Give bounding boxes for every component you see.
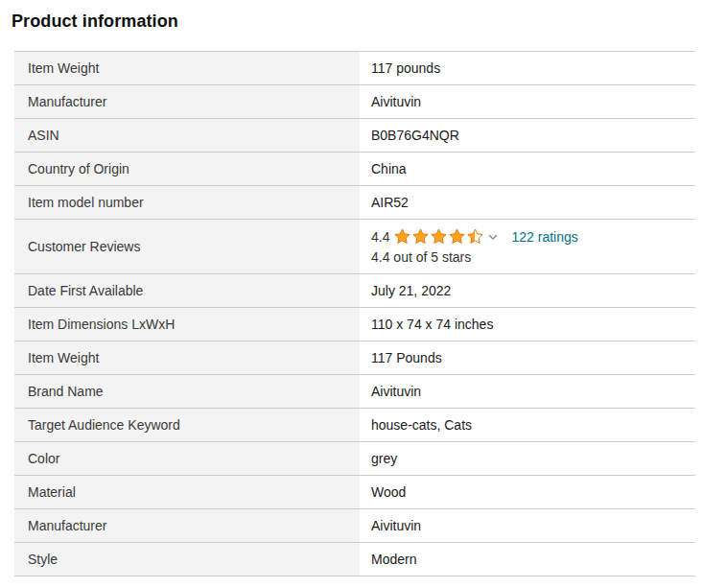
table-row: Country of Origin China — [14, 153, 695, 186]
table-row: Style Modern — [14, 543, 695, 576]
table-row: Target Audience Keyword house-cats, Cats — [14, 409, 695, 442]
star-icon — [450, 229, 464, 243]
row-value: Aivituvin — [360, 375, 695, 409]
table-row: Color grey — [14, 442, 695, 476]
table-row: Brand Name Aivituvin — [14, 375, 695, 409]
row-label: Item Weight — [14, 341, 360, 375]
row-value: 117 pounds — [360, 52, 695, 85]
row-value: Wood — [360, 476, 695, 509]
row-label: Target Audience Keyword — [14, 409, 360, 442]
row-label: Material — [14, 476, 360, 509]
row-label: Brand Name — [14, 375, 360, 409]
row-value: 117 Pounds — [360, 341, 695, 375]
row-label: Item Weight — [14, 52, 360, 85]
row-value: AIR52 — [360, 186, 695, 220]
row-label: Item Dimensions LxWxH — [14, 308, 360, 341]
star-icon — [413, 229, 428, 243]
table-row: Date First Available July 21, 2022 — [14, 274, 695, 308]
row-label: Country of Origin — [14, 153, 360, 186]
star-icon — [468, 229, 482, 243]
table-row: Item model number AIR52 — [14, 186, 695, 220]
row-value-rating: 4.4 — [360, 220, 695, 274]
row-value: China — [360, 153, 695, 186]
rating-score: 4.4 — [371, 227, 389, 247]
row-label: Item model number — [14, 186, 360, 220]
rating-caption: 4.4 out of 5 stars — [371, 247, 684, 267]
table-row: Manufacturer Aivituvin — [14, 509, 695, 543]
row-value: house-cats, Cats — [360, 409, 695, 442]
star-icon — [395, 229, 410, 243]
table-row-customer-reviews: Customer Reviews 4.4 — [14, 220, 695, 274]
table-row: Item Weight 117 Pounds — [14, 341, 695, 375]
row-label: Customer Reviews — [14, 220, 360, 274]
table-row: Material Wood — [14, 476, 695, 509]
table-row: ASIN B0B76G4NQR — [14, 119, 695, 153]
ratings-count-link[interactable]: 122 ratings — [511, 227, 577, 247]
row-value: Modern — [360, 543, 695, 576]
star-icon — [432, 229, 446, 243]
row-label: Color — [14, 442, 360, 476]
row-value: B0B76G4NQR — [360, 119, 695, 153]
row-value: grey — [360, 442, 695, 476]
table-row: Item Dimensions LxWxH 110 x 74 x 74 inch… — [14, 308, 695, 341]
product-information-section: Product information Item Weight 117 poun… — [0, 0, 726, 588]
row-value: Aivituvin — [360, 85, 695, 119]
row-label: Date First Available — [14, 274, 360, 308]
table-row: Item Weight 117 pounds — [14, 52, 695, 85]
row-value: July 21, 2022 — [360, 274, 695, 308]
product-info-table: Item Weight 117 pounds Manufacturer Aivi… — [14, 51, 695, 576]
chevron-down-icon[interactable] — [488, 234, 498, 241]
row-label: Style — [14, 543, 360, 576]
star-rating[interactable] — [394, 228, 483, 246]
table-row: Manufacturer Aivituvin — [14, 85, 695, 119]
row-label: ASIN — [14, 119, 360, 153]
row-label: Manufacturer — [14, 85, 360, 119]
row-value: 110 x 74 x 74 inches — [360, 308, 695, 341]
row-value: Aivituvin — [360, 509, 695, 543]
row-label: Manufacturer — [14, 509, 360, 543]
page-title: Product information — [12, 12, 726, 32]
